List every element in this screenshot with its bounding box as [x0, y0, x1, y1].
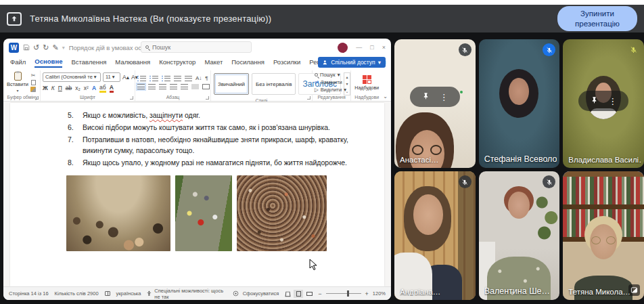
pin-button[interactable] [421, 91, 430, 103]
present-screen-icon [7, 12, 22, 26]
style-normal[interactable]: Звичайний [214, 73, 249, 95]
account-avatar[interactable] [338, 43, 348, 53]
tab-mailings[interactable]: Розсилки [273, 58, 300, 67]
undo-icon[interactable]: ↺ [33, 43, 39, 52]
customize-qat-icon[interactable]: ▾ [62, 45, 65, 51]
collapse-ribbon-icon[interactable]: ⌄ [382, 70, 390, 101]
mic-off-icon [459, 43, 472, 56]
stop-presentation-button[interactable]: Зупинити презентацію [557, 6, 637, 31]
search-box[interactable] [141, 41, 252, 53]
zoom-out-button[interactable]: − [318, 290, 321, 297]
tab-home[interactable]: Основне [34, 58, 62, 68]
share-button[interactable]: Спільний доступ ▾ [318, 57, 386, 68]
increase-indent-icon[interactable] [185, 76, 192, 81]
zoom-level[interactable]: 120% [373, 290, 386, 297]
bullet-list-icon[interactable] [137, 76, 146, 81]
format-painter-icon[interactable] [30, 87, 36, 92]
redo-icon[interactable]: ↻ [43, 43, 49, 52]
shading-icon[interactable] [191, 84, 199, 89]
tab-layout[interactable]: Макет [204, 58, 223, 67]
highlight-button[interactable]: аб [99, 84, 106, 93]
superscript-button[interactable]: х² [84, 85, 89, 91]
presentation-banner: Тетяна Миколаївна Настека (Ви (показуєте… [0, 5, 644, 32]
grow-font-button[interactable]: А▴ [122, 74, 129, 81]
print-layout-icon[interactable] [294, 290, 303, 298]
more-options-button[interactable]: ⋮ [608, 97, 617, 106]
align-left-icon[interactable] [137, 84, 145, 89]
participant-tile-valentyna[interactable]: Валентина Ше… [479, 171, 560, 300]
focus-mode-button[interactable]: Сфокусуватися [243, 290, 279, 297]
maximize-button[interactable]: □ [370, 44, 373, 51]
word-count[interactable]: Кількість слів 2900 [55, 290, 99, 297]
misspelled-word: защіпнути [150, 111, 183, 119]
copy-icon[interactable] [31, 80, 36, 85]
italic-button[interactable]: К [51, 85, 55, 91]
close-button[interactable]: × [382, 44, 386, 51]
paste-button[interactable]: Вставити ▾ [7, 71, 28, 93]
pin-button[interactable] [590, 95, 599, 107]
bold-button[interactable]: Ж [43, 85, 48, 91]
minimize-button[interactable]: — [356, 44, 362, 51]
multilevel-list-icon[interactable] [162, 76, 170, 81]
participant-tile-stefaniia[interactable]: Стефанія Всеволод… [479, 39, 560, 168]
align-right-icon[interactable] [159, 84, 166, 89]
participant-tile-andriana[interactable]: Андріана… [394, 171, 476, 300]
style-no-spacing[interactable]: Без інтервалів [252, 73, 296, 95]
justify-icon[interactable] [170, 84, 177, 89]
zoom-slider-thumb[interactable] [347, 290, 349, 297]
strikethrough-button[interactable]: ab [66, 85, 72, 91]
tab-insert[interactable]: Вставлення [71, 58, 106, 67]
proofing-icon[interactable] [105, 291, 110, 296]
dialog-launcher-icon[interactable] [130, 96, 133, 100]
dense-crowd-photo[interactable] [237, 175, 327, 251]
line-spacing-icon[interactable] [181, 84, 188, 89]
language-indicator[interactable]: українська [116, 290, 141, 297]
search-input[interactable] [152, 44, 233, 51]
accessibility-status[interactable]: Спеціальні можливості: щось не так [154, 288, 226, 300]
align-center-icon[interactable] [148, 84, 156, 89]
addins-button[interactable]: Надбудови [353, 71, 380, 93]
cut-icon[interactable]: ✂ [31, 72, 36, 79]
dialog-launcher-icon[interactable] [206, 96, 209, 100]
subscript-button[interactable]: х₂ [75, 85, 80, 91]
select-button[interactable]: ▷Виділити▾ [315, 87, 346, 93]
view-switcher [283, 290, 314, 298]
participant-tile-vladyslava[interactable]: ⋮ Владислава Василі… [563, 39, 644, 168]
page-indicator[interactable]: Сторінка 14 із 16 [9, 290, 49, 297]
find-button[interactable]: Пошук▾ [315, 72, 346, 78]
participant-tile-tetiana-self[interactable]: Тетяна Микола… [563, 171, 644, 300]
more-options-button[interactable]: ⋮ [440, 93, 448, 102]
pen-icon[interactable]: ✎ [52, 43, 58, 52]
read-mode-icon[interactable] [283, 290, 292, 298]
replace-button[interactable]: ⇄Замінити [315, 79, 346, 85]
metro-crowd-photo[interactable] [66, 175, 170, 251]
dialog-launcher-icon[interactable] [35, 96, 39, 100]
text-effects-button[interactable]: А [92, 85, 96, 91]
tab-file[interactable]: Файл [10, 58, 26, 67]
mouse-cursor-icon [309, 259, 317, 271]
zoom-slider[interactable] [326, 293, 361, 294]
tab-references[interactable]: Посилання [231, 58, 264, 67]
tab-design[interactable]: Конструктор [159, 58, 196, 67]
dialog-launcher-icon[interactable] [307, 96, 310, 100]
save-icon[interactable] [23, 44, 30, 51]
numbered-list-icon[interactable] [150, 76, 158, 81]
borders-icon[interactable] [202, 84, 210, 89]
participant-tile-anastasiia[interactable]: ⋮ Анастасі… [394, 39, 476, 168]
font-size-select[interactable]: 11▾ [103, 72, 120, 82]
decrease-indent-icon[interactable] [174, 76, 181, 81]
font-color-button[interactable]: А [110, 84, 114, 93]
meet-screen: Тетяна Миколаївна Настека (Ви (показуєте… [0, 0, 644, 304]
sort-icon[interactable]: А↓ [196, 75, 202, 81]
underline-button[interactable]: П [58, 85, 62, 91]
web-layout-icon[interactable] [304, 290, 314, 298]
tab-draw[interactable]: Малювання [115, 58, 150, 67]
zoom-in-button[interactable]: + [365, 290, 369, 297]
hillside-crowd-photo[interactable] [175, 175, 232, 251]
ribbon: Вставити ▾ ✂ Буфер обміну Calibri (Осн [3, 69, 391, 102]
participant-name: Стефанія Всеволод… [484, 154, 557, 164]
font-name-select[interactable]: Calibri (Основний те▾ [43, 72, 101, 82]
pilcrow-icon[interactable]: ¶ [205, 75, 208, 81]
document-page[interactable]: 5.Якщо є можливість, защіпнути одяг. 6.В… [10, 103, 384, 286]
word-logo-icon: W [9, 43, 19, 53]
